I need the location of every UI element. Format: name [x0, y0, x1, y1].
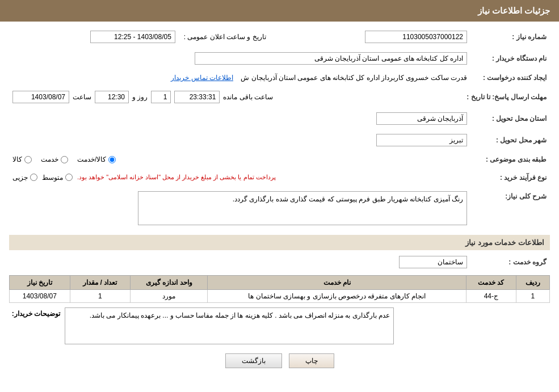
button-row: چاپ بازگشت: [9, 353, 550, 368]
tozihat-area: توضیحات خریدار:: [9, 307, 550, 344]
khedmat-radio-input[interactable]: [61, 156, 68, 163]
info-table-ostan: استان محل تحویل : آذربایجان شرقی: [9, 110, 550, 127]
shahr-label: شهر محل تحویل :: [470, 132, 550, 149]
ostan-label: استان محل تحویل :: [470, 110, 550, 127]
roz-text: روز و: [132, 93, 148, 101]
kala-radio-label: کالا: [12, 155, 22, 163]
section-khadamat: اطلاعات خدمات مورد نیاز: [9, 235, 550, 250]
info-table-farayand: نوع فرآیند خرید : جزیی متوسط پرداخت تمام…: [9, 170, 550, 184]
tabaghe-label: طبقه بندی موضوعی :: [470, 153, 550, 166]
ostan-value: آذربایجان شرقی: [9, 110, 470, 127]
sharhKoli-textarea[interactable]: <span data-bind="fields.sharhKoli_value"…: [138, 191, 467, 225]
services-table: ردیف کد خدمت نام خدمت واحد اندازه گیری ت…: [9, 275, 550, 303]
col-vahed: واحد اندازه گیری: [131, 276, 208, 290]
mohlat-baghimandeh: 23:33:31: [174, 91, 220, 103]
info-table-gorohe: گروه خدمت : ساختمان: [9, 254, 550, 271]
ijadKonande-label: ایجاد کننده درخواست :: [470, 71, 550, 84]
table-row: 1ج-44انجام کارهای متفرقه درخصوص بازسازی …: [10, 290, 550, 303]
cell-kodKhadamat: ج-44: [466, 290, 516, 303]
info-table-shahr: شهر محل تحویل : تبریز: [9, 132, 550, 149]
chap-button[interactable]: چاپ: [289, 353, 334, 368]
saat-baghimandeh-text: ساعت باقی مانده: [223, 93, 273, 101]
ostan-field: آذربایجان شرقی: [376, 112, 467, 125]
kala-radio-input[interactable]: [24, 156, 32, 163]
ijadKonande-value: قدرت ساکت خسروی کاربرداز اداره کل کتابخا…: [9, 71, 470, 84]
mohlat-date: 1403/08/07: [12, 91, 69, 103]
radio-khedmat: خدمت: [41, 155, 68, 163]
goroheKhadamat-label: گروه خدمت :: [470, 254, 550, 271]
goroheKhadamat-field: ساختمان: [399, 256, 467, 268]
page-header: جزئیات اطلاعات نیاز: [0, 0, 559, 22]
info-table-sharh: شرح کلی نیاز: <span data-bind="fields.sh…: [9, 189, 550, 229]
shomareNiaz-label: شماره نیاز :: [470, 28, 550, 45]
shomareNiaz-field: 1103005037000122: [365, 31, 467, 43]
cell-tarikh: 1403/08/07: [10, 290, 70, 303]
namDastgah-field: اداره کل کتابخانه های عمومی استان آذربای…: [195, 52, 467, 65]
namDastgah-value: اداره کل کتابخانه های عمومی استان آذربای…: [9, 50, 470, 67]
col-tedad: تعداد / مقدار: [70, 276, 130, 290]
page-container: جزئیات اطلاعات نیاز شماره نیاز : 1103005…: [0, 0, 559, 392]
saat-text: ساعت: [73, 93, 91, 101]
mohlat-value: 1403/08/07 ساعت 12:30 روز و 1 23:33:31 س…: [9, 88, 463, 106]
goroheKhadamat-value: ساختمان: [9, 254, 470, 271]
content-area: شماره نیاز : 1103005037000122 تاریخ و سا…: [0, 22, 559, 382]
tozihat-label: توضیحات خریدار:: [9, 307, 60, 318]
col-kod: کد خدمت: [466, 276, 516, 290]
radio-kalakhedmat: کالا/خدمت: [77, 155, 116, 163]
cell-namKhadamat: انجام کارهای متفرقه درخصوص بازسازی و بهس…: [208, 290, 466, 303]
shahr-value: تبریز: [9, 132, 470, 149]
farayand-note: پرداخت تمام یا بخشی از مبلغ خریدار از مح…: [77, 174, 276, 181]
namDastgah-label: نام دستگاه خریدار :: [470, 50, 550, 67]
ettelaatTamas-link[interactable]: اطلاعات تماس خریدار: [171, 74, 233, 82]
noeFarayand-radios: جزیی متوسط پرداخت تمام یا بخشی از مبلغ خ…: [9, 170, 470, 184]
jozi-radio-input[interactable]: [30, 174, 37, 181]
info-table-dastgah: نام دستگاه خریدار : اداره کل کتابخانه ها…: [9, 50, 550, 67]
noeFarayand-label: نوع فرآیند خرید :: [470, 170, 550, 184]
info-table-ijad: ایجاد کننده درخواست : قدرت ساکت خسروی کا…: [9, 71, 550, 84]
col-tarikh: تاریخ نیاز: [10, 276, 70, 290]
ijadKonande-field: قدرت ساکت خسروی کاربرداز اداره کل کتابخا…: [241, 74, 467, 82]
info-table-tabaghe: طبقه بندی موضوعی : کالا خدمت کالا/خدمت: [9, 153, 550, 166]
col-nam: نام خدمت: [208, 276, 466, 290]
shomareNiaz-value: 1103005037000122: [270, 28, 470, 45]
kalakhedmat-radio-label: کالا/خدمت: [77, 155, 106, 163]
radio-jozi: جزیی: [12, 174, 37, 182]
mohlat-label: مهلت ارسال پاسخ: تا تاریخ :: [463, 88, 550, 106]
kalakhedmat-radio-input[interactable]: [108, 156, 116, 163]
tarikh-field: 1403/08/05 - 12:25: [90, 31, 175, 43]
tarikhValue-cell: 1403/08/05 - 12:25: [9, 28, 179, 45]
bazgasht-button[interactable]: بازگشت: [225, 353, 282, 368]
shahr-field: تبریز: [376, 134, 467, 146]
cell-tedad: 1: [70, 290, 130, 303]
jozi-radio-label: جزیی: [12, 174, 28, 182]
tabaghe-radios: کالا خدمت کالا/خدمت: [9, 153, 470, 166]
mohlat-roz: 1: [151, 91, 171, 103]
cell-radif: 1: [516, 290, 549, 303]
motaveset-radio-label: متوسط: [42, 174, 63, 182]
sharhKoli-label: شرح کلی نیاز:: [470, 189, 550, 229]
col-radif: ردیف: [516, 276, 549, 290]
tarikhLabel-cell: تاریخ و ساعت اعلان عمومی :: [179, 28, 270, 45]
tozihat-textarea[interactable]: [65, 307, 394, 344]
radio-kala: کالا: [12, 155, 32, 163]
info-table-top: شماره نیاز : 1103005037000122 تاریخ و سا…: [9, 28, 550, 45]
sharhKoli-value: <span data-bind="fields.sharhKoli_value"…: [9, 189, 470, 229]
cell-vahed: مورد: [131, 290, 208, 303]
radio-motaveset: متوسط: [42, 174, 73, 182]
info-table-mohlat: مهلت ارسال پاسخ: تا تاریخ : 1403/08/07 س…: [9, 88, 550, 106]
mohlat-time: 12:30: [95, 91, 129, 103]
page-title: جزئیات اطلاعات نیاز: [478, 6, 550, 15]
khedmat-radio-label: خدمت: [41, 155, 58, 163]
motaveset-radio-input[interactable]: [65, 174, 73, 181]
